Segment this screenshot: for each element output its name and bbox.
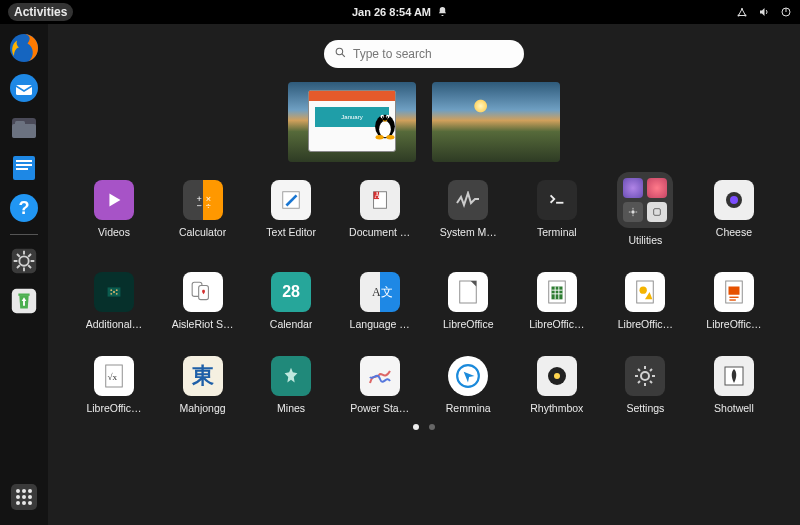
app-videos[interactable]: Videos (74, 176, 154, 246)
app-utilities-folder[interactable]: Utilities (605, 176, 685, 246)
svg-text:A: A (372, 285, 381, 299)
app-libreoffice-math[interactable]: √x LibreOffic… (74, 352, 154, 414)
svg-point-24 (16, 495, 20, 499)
dock-app-help[interactable]: ? (6, 190, 42, 226)
app-label: Power Sta… (350, 402, 409, 414)
calendar-icon: 28 (271, 272, 311, 312)
svg-text:−: − (196, 201, 201, 211)
app-cheese[interactable]: Cheese (694, 176, 774, 246)
app-label: LibreOffic… (86, 402, 141, 414)
svg-rect-57 (113, 291, 115, 293)
svg-point-55 (110, 293, 112, 295)
svg-text:A: A (374, 191, 380, 200)
network-icon[interactable] (736, 6, 748, 18)
workspace-2[interactable] (432, 82, 560, 162)
app-libreoffice-draw[interactable]: LibreOffic… (605, 268, 685, 330)
app-libreoffice-impress[interactable]: LibreOffic… (694, 268, 774, 330)
app-system-monitor[interactable]: System M… (428, 176, 508, 246)
app-power-statistics[interactable]: Power Sta… (340, 352, 420, 414)
app-text-editor[interactable]: Text Editor (251, 176, 331, 246)
svg-rect-49 (654, 209, 661, 216)
app-label: Text Editor (266, 226, 316, 238)
app-label: Calculator (179, 226, 226, 238)
svg-point-28 (22, 501, 26, 505)
svg-rect-62 (460, 281, 477, 303)
svg-point-75 (554, 373, 560, 379)
app-libreoffice[interactable]: LibreOffice (428, 268, 508, 330)
app-label: Mahjongg (180, 402, 226, 414)
app-mines[interactable]: Mines (251, 352, 331, 414)
app-document-viewer[interactable]: A Document … (340, 176, 420, 246)
app-label: LibreOffic… (706, 318, 761, 330)
top-bar: Activities Jan 26 8:54 AM (0, 0, 800, 24)
search-input[interactable] (353, 47, 514, 61)
app-label: Utilities (628, 234, 662, 246)
svg-point-25 (22, 495, 26, 499)
app-additional-drivers[interactable]: Additional… (74, 268, 154, 330)
dock-app-trash[interactable] (6, 283, 42, 319)
svg-rect-13 (16, 168, 28, 170)
svg-point-23 (28, 489, 32, 493)
tux-icon (370, 104, 400, 140)
dock-app-firefox[interactable] (6, 30, 42, 66)
svg-point-38 (386, 135, 394, 140)
app-settings[interactable]: Settings (605, 352, 685, 414)
dock-app-settings[interactable] (6, 243, 42, 279)
app-shotwell[interactable]: Shotwell (694, 352, 774, 414)
app-calculator[interactable]: +−×÷ Calculator (163, 176, 243, 246)
app-label: System M… (440, 226, 497, 238)
page-dot-1[interactable] (413, 424, 419, 430)
power-icon[interactable] (780, 6, 792, 18)
app-remmina[interactable]: Remmina (428, 352, 508, 414)
page-indicator[interactable] (413, 424, 435, 430)
svg-text:?: ? (19, 198, 30, 218)
clock[interactable]: Jan 26 8:54 AM (352, 6, 448, 19)
svg-text:文: 文 (381, 285, 392, 299)
show-applications-button[interactable] (6, 479, 42, 515)
svg-rect-68 (728, 287, 739, 295)
app-calendar[interactable]: 28 Calendar (251, 268, 331, 330)
app-label: Calendar (270, 318, 313, 330)
app-label: AisleRiot S… (172, 318, 234, 330)
svg-point-29 (28, 501, 32, 505)
app-label: Mines (277, 402, 305, 414)
app-language-support[interactable]: A文 Language … (340, 268, 420, 330)
activities-overview: January Videos +−×÷ Calculator (48, 24, 800, 525)
search-bar[interactable] (324, 40, 524, 68)
svg-point-37 (376, 135, 384, 140)
app-label: Videos (98, 226, 130, 238)
dock-app-writer[interactable] (6, 150, 42, 186)
app-label: Remmina (446, 402, 491, 414)
app-label: Language … (350, 318, 410, 330)
dock-app-files[interactable] (6, 110, 42, 146)
activities-button[interactable]: Activities (8, 3, 73, 21)
svg-text:√x: √x (108, 372, 118, 382)
svg-point-48 (632, 210, 635, 213)
volume-icon[interactable] (758, 6, 770, 18)
svg-point-22 (22, 489, 26, 493)
svg-rect-6 (16, 85, 32, 95)
app-terminal[interactable]: Terminal (517, 176, 597, 246)
app-label: LibreOffic… (618, 318, 673, 330)
svg-point-32 (379, 121, 391, 137)
svg-point-35 (382, 116, 384, 118)
svg-point-51 (730, 196, 738, 204)
app-rhythmbox[interactable]: Rhythmbox (517, 352, 597, 414)
svg-rect-64 (551, 287, 562, 300)
page-dot-2[interactable] (429, 424, 435, 430)
app-mahjongg[interactable]: 東 Mahjongg (163, 352, 243, 414)
clock-text: Jan 26 8:54 AM (352, 6, 431, 18)
svg-rect-9 (15, 121, 25, 126)
app-label: LibreOffice (443, 318, 494, 330)
app-aisleriot[interactable]: AisleRiot S… (163, 268, 243, 330)
app-libreoffice-calc[interactable]: LibreOffic… (517, 268, 597, 330)
svg-point-54 (116, 289, 118, 291)
folder-icon (617, 172, 673, 228)
dock-separator (10, 234, 38, 235)
app-label: Settings (626, 402, 664, 414)
app-label: Cheese (716, 226, 752, 238)
dock-app-thunderbird[interactable] (6, 70, 42, 106)
svg-point-27 (16, 501, 20, 505)
dock: ? (0, 24, 48, 525)
workspace-1[interactable]: January (288, 82, 416, 162)
